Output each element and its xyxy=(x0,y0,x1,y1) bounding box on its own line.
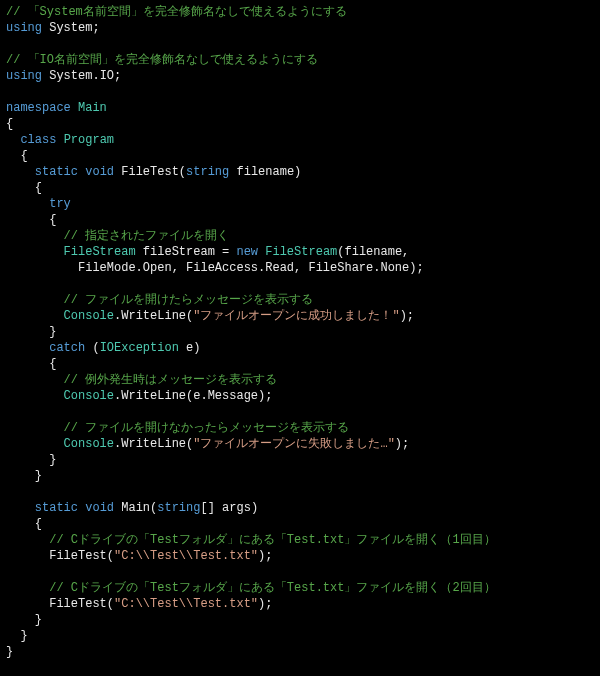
code-line: // 「System名前空間」を完全修飾名なしで使えるようにする xyxy=(6,5,347,19)
code-token: .WriteLine( xyxy=(114,437,193,451)
code-line: using System; xyxy=(6,21,100,35)
code-token: Main( xyxy=(114,501,157,515)
code-token: string xyxy=(157,501,200,515)
code-block: // 「System名前空間」を完全修飾名なしで使えるようにする using S… xyxy=(0,0,600,664)
code-token xyxy=(6,389,64,403)
code-token: [] args) xyxy=(200,501,258,515)
code-token: new xyxy=(236,245,258,259)
code-token: try xyxy=(49,197,71,211)
code-token: FileStream xyxy=(64,245,136,259)
code-line: class Program xyxy=(6,133,114,147)
code-line: Console.WriteLine("ファイルオープンに成功しました！"); xyxy=(6,309,414,323)
code-line: static void Main(string[] args) xyxy=(6,501,258,515)
code-token: { xyxy=(6,117,13,131)
code-token: string xyxy=(186,165,229,179)
code-token: (filename, xyxy=(337,245,409,259)
code-line: { xyxy=(6,517,42,531)
code-line: FileStream fileStream = new FileStream(f… xyxy=(6,245,409,259)
code-token: filename) xyxy=(229,165,301,179)
code-token: ); xyxy=(400,309,414,323)
code-token: .WriteLine( xyxy=(114,309,193,323)
code-token: { xyxy=(6,517,42,531)
code-token xyxy=(6,533,49,547)
code-token xyxy=(6,165,35,179)
code-token: FileTest( xyxy=(114,165,186,179)
code-token xyxy=(6,229,64,243)
code-token: ); xyxy=(395,437,409,451)
code-token: ); xyxy=(258,549,272,563)
code-line: { xyxy=(6,213,56,227)
code-token xyxy=(6,133,20,147)
code-line: // Cドライブの「Testフォルダ」にある「Test.txt」ファイルを開く（… xyxy=(6,533,496,547)
code-line: } xyxy=(6,453,56,467)
code-token: } xyxy=(6,629,28,643)
code-line: Console.WriteLine("ファイルオープンに失敗しました…"); xyxy=(6,437,409,451)
code-token: Console xyxy=(64,437,114,451)
code-line: Console.WriteLine(e.Message); xyxy=(6,389,272,403)
code-token: "ファイルオープンに失敗しました…" xyxy=(193,437,395,451)
code-token xyxy=(6,501,35,515)
code-token xyxy=(6,341,49,355)
code-token: "ファイルオープンに成功しました！" xyxy=(193,309,399,323)
code-token: "C:\\Test\\Test.txt" xyxy=(114,597,258,611)
code-token xyxy=(6,293,64,307)
code-token: Program xyxy=(64,133,114,147)
code-token: // Cドライブの「Testフォルダ」にある「Test.txt」ファイルを開く（… xyxy=(49,533,495,547)
code-line: } xyxy=(6,613,42,627)
code-token: // 指定されたファイルを開く xyxy=(64,229,230,243)
code-token xyxy=(6,197,49,211)
code-token: { xyxy=(6,149,28,163)
code-line: // 「IO名前空間」を完全修飾名なしで使えるようにする xyxy=(6,53,318,67)
code-token: FileTest( xyxy=(6,549,114,563)
code-token: IOException xyxy=(100,341,179,355)
code-token xyxy=(6,581,49,595)
code-line: try xyxy=(6,197,71,211)
code-token: void xyxy=(85,165,114,179)
code-token xyxy=(71,101,78,115)
code-line: // Cドライブの「Testフォルダ」にある「Test.txt」ファイルを開く（… xyxy=(6,581,496,595)
code-line: FileTest("C:\\Test\\Test.txt"); xyxy=(6,549,272,563)
code-token: Console xyxy=(64,309,114,323)
code-line: } xyxy=(6,469,42,483)
code-token: { xyxy=(6,357,56,371)
code-token xyxy=(6,309,64,323)
code-token: ( xyxy=(85,341,99,355)
code-token: FileStream xyxy=(265,245,337,259)
code-token: void xyxy=(85,501,114,515)
code-line: namespace Main xyxy=(6,101,107,115)
code-token: FileMode.Open, FileAccess.Read, FileShar… xyxy=(6,261,424,275)
code-token: System.IO; xyxy=(42,69,121,83)
code-token xyxy=(6,437,64,451)
code-token: Console xyxy=(64,389,114,403)
code-token: FileTest( xyxy=(6,597,114,611)
code-line: } xyxy=(6,645,13,659)
code-line: catch (IOException e) xyxy=(6,341,200,355)
code-token: static xyxy=(35,165,78,179)
code-token: // ファイルを開けたらメッセージを表示する xyxy=(64,293,314,307)
code-line: // ファイルを開けたらメッセージを表示する xyxy=(6,293,313,307)
code-token: // 「IO名前空間」を完全修飾名なしで使えるようにする xyxy=(6,53,318,67)
code-line: static void FileTest(string filename) xyxy=(6,165,301,179)
code-line: { xyxy=(6,149,28,163)
code-token: fileStream = xyxy=(136,245,237,259)
code-token xyxy=(6,245,64,259)
code-token xyxy=(56,133,63,147)
code-token: } xyxy=(6,613,42,627)
code-token: } xyxy=(6,325,56,339)
code-line: { xyxy=(6,117,13,131)
code-token: // Cドライブの「Testフォルダ」にある「Test.txt」ファイルを開く（… xyxy=(49,581,495,595)
code-token xyxy=(6,421,64,435)
code-token: static xyxy=(35,501,78,515)
code-line: // 例外発生時はメッセージを表示する xyxy=(6,373,277,387)
code-line: FileTest("C:\\Test\\Test.txt"); xyxy=(6,597,272,611)
code-line: { xyxy=(6,181,42,195)
code-token: .WriteLine(e.Message); xyxy=(114,389,272,403)
code-line: } xyxy=(6,325,56,339)
code-token: // 「System名前空間」を完全修飾名なしで使えるようにする xyxy=(6,5,347,19)
code-line: } xyxy=(6,629,28,643)
code-token: } xyxy=(6,453,56,467)
code-token: { xyxy=(6,181,42,195)
code-line: { xyxy=(6,357,56,371)
code-line: // ファイルを開けなかったらメッセージを表示する xyxy=(6,421,349,435)
code-token: catch xyxy=(49,341,85,355)
